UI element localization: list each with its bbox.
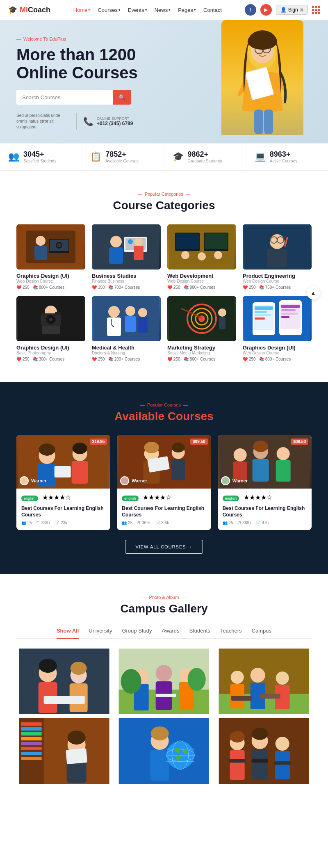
category-card-3[interactable]: Web Development Web Design Course ❤️ 250… (167, 224, 236, 290)
gallery-item-6[interactable] (216, 718, 312, 784)
course-stars-1: ★★★★☆ (42, 493, 71, 501)
gallery-item-2[interactable] (116, 649, 212, 714)
svg-point-125 (230, 671, 244, 684)
course-card-1[interactable]: Warner $19.95 english ★★★★☆ Best Courses… (16, 435, 110, 530)
logo-icon: 🎓 (8, 5, 17, 14)
course-card-3[interactable]: Warner $09.50 english ★★★★☆ Best Courses… (218, 435, 312, 530)
stat-active-label: Active Courses (270, 159, 297, 163)
category-card-4[interactable]: Product Engineering Web Design Course ❤️… (243, 224, 312, 290)
svg-rect-141 (21, 752, 42, 755)
svg-rect-27 (134, 246, 144, 260)
svg-point-54 (125, 306, 135, 316)
signin-button[interactable]: 👤 Sign In (276, 5, 308, 15)
course-meta-3: 👥 25 ⏱ 369+ 📄 4.5k (223, 521, 307, 525)
svg-point-145 (68, 731, 86, 745)
gallery-item-3[interactable] (216, 649, 312, 714)
course-stars-3: ★★★★☆ (244, 493, 272, 501)
category-image-2 (92, 224, 161, 270)
facebook-icon[interactable]: f (245, 4, 256, 16)
svg-rect-57 (138, 317, 148, 333)
gallery-item-4[interactable] (16, 718, 112, 784)
cat-meta-1: ❤️ 250 📚 800+ Courses (16, 285, 85, 290)
svg-rect-77 (281, 309, 296, 311)
svg-rect-138 (21, 737, 42, 740)
stat-active-number: 8963+ (270, 150, 297, 159)
svg-rect-73 (255, 318, 265, 320)
view-all-courses-button[interactable]: VIEW ALL COURSES → (125, 540, 203, 554)
instructor-avatar-2 (120, 476, 129, 485)
svg-rect-102 (276, 460, 290, 482)
gallery-item-5[interactable] (116, 718, 212, 784)
search-input[interactable] (16, 90, 113, 105)
nav-menu: Home ▾ Courses ▾ Events ▾ News ▾ Pages ▾… (73, 7, 222, 13)
category-image-8 (243, 296, 312, 341)
youtube-icon[interactable]: ▶ (260, 4, 272, 16)
nav-courses[interactable]: Courses ▾ (98, 7, 120, 13)
gallery-item-1[interactable] (16, 649, 112, 714)
cat-meta-8: ❤️ 250 📚 800+ Courses (243, 357, 312, 361)
svg-point-103 (253, 441, 268, 452)
gallery-tab-awards[interactable]: Awards (162, 628, 179, 639)
gallery-tab-students[interactable]: Students (189, 628, 210, 639)
svg-point-107 (39, 659, 57, 673)
svg-point-52 (108, 306, 120, 318)
logo[interactable]: 🎓 MiCoach (8, 5, 50, 14)
category-card-2[interactable]: Business Studies Finance Business ❤️ 350… (92, 224, 161, 290)
category-card-6[interactable]: Medical & Health Doctors & Nursing ❤️ 25… (92, 296, 161, 361)
gallery-tab-teachers[interactable]: Teachers (220, 628, 242, 639)
nav-pages[interactable]: Pages ▾ (178, 7, 196, 13)
gallery-tab-campus[interactable]: Campus (252, 628, 271, 639)
category-card-7[interactable]: Marketing Strategy Social Media Marketin… (167, 296, 236, 361)
svg-rect-139 (21, 742, 42, 745)
svg-rect-78 (281, 313, 298, 315)
nav-home[interactable]: Home ▾ (73, 7, 91, 13)
course-card-2[interactable]: Warner $09.50 english ★★★★☆ Best Courses… (117, 435, 211, 530)
svg-point-97 (233, 448, 246, 461)
svg-rect-167 (251, 759, 268, 763)
course-image-3: Warner $09.50 (218, 435, 312, 489)
svg-point-14 (36, 236, 46, 246)
cat-sub-3: Web Design Course (167, 279, 236, 283)
hero-support: 📞 ONLINE SUPPORT +012 (345) 6789 (83, 116, 133, 126)
gallery-tag: Photo & Album (16, 595, 312, 600)
svg-rect-168 (274, 761, 290, 765)
category-image-7 (167, 296, 236, 341)
gallery-tab-university[interactable]: University (89, 628, 112, 639)
active-icon: 💻 (255, 151, 266, 162)
gallery-grid (16, 649, 312, 784)
scroll-up-button[interactable]: ▲ (307, 286, 320, 299)
nav-news[interactable]: News ▾ (155, 7, 171, 13)
cat-title-4: Product Engineering (243, 273, 312, 279)
grid-menu-icon[interactable] (312, 6, 320, 14)
stat-graduates-number: 9862+ (188, 150, 222, 159)
nav-contact[interactable]: Contact (203, 7, 222, 13)
categories-section: Popular Categories Course Categories (0, 171, 328, 382)
nav-events[interactable]: Events ▾ (128, 7, 147, 13)
stat-students-label: Satisfied Students (23, 159, 57, 163)
svg-rect-111 (44, 696, 85, 704)
cat-meta-6: ❤️ 250 📚 200+ Courses (92, 357, 161, 361)
svg-point-129 (276, 672, 289, 685)
course-price-2: $09.50 (190, 439, 208, 445)
gallery-tab-show-all[interactable]: Show All (57, 628, 79, 639)
search-button[interactable]: 🔍 (113, 90, 131, 105)
course-image-2: Warner $09.50 (117, 435, 211, 489)
category-image-3 (167, 224, 236, 270)
courses-tag: Popular Courses (16, 402, 312, 407)
cat-sub-7: Social Media Marketing (167, 351, 236, 355)
graduates-icon: 🎓 (173, 151, 184, 162)
category-image-6 (92, 296, 161, 341)
cat-title-1: Graphics Design (UI) (16, 273, 85, 279)
category-card-8[interactable]: Graphics Design (UI) Web Design Course ❤… (243, 296, 312, 361)
cat-meta-3: ❤️ 250 📚 800+ Courses (167, 285, 236, 290)
categories-title: Course Categories (16, 199, 312, 212)
category-card-5[interactable]: Graphics Design (UI) Basic Photography ❤… (16, 296, 85, 361)
course-title-3: Best Courses For Learning English Course… (223, 505, 307, 518)
students-icon: 👥 (8, 151, 19, 162)
course-stars-2: ★★★★☆ (143, 493, 171, 501)
svg-point-19 (57, 243, 61, 247)
gallery-tab-group-study[interactable]: Group Study (122, 628, 152, 639)
svg-point-110 (71, 662, 87, 675)
svg-rect-140 (21, 747, 42, 750)
category-card-1[interactable]: Graphics Design (UI) Web Design Course ❤… (16, 224, 85, 290)
